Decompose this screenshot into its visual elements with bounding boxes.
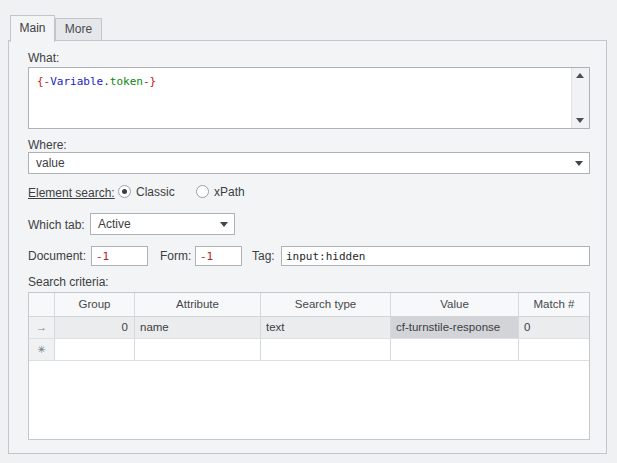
cell-search-type[interactable]: text	[261, 317, 391, 338]
radio-classic[interactable]: Classic	[118, 184, 190, 201]
what-scrollbar[interactable]	[571, 68, 589, 128]
where-label: Where:	[28, 138, 67, 152]
macro-close-token: -}	[143, 75, 156, 88]
element-search-dialog: Main More What: {-Variable.token-} Where…	[0, 0, 617, 463]
radio-unselected-icon	[196, 185, 209, 198]
tab-more-label: More	[65, 22, 92, 36]
new-cell-search-type[interactable]	[261, 339, 391, 360]
document-label: Document:	[28, 249, 86, 263]
current-row-arrow-icon: →	[29, 317, 55, 338]
cell-group[interactable]: 0	[55, 317, 135, 338]
scroll-down-button[interactable]	[572, 112, 588, 128]
scroll-up-icon	[576, 73, 584, 78]
tab-main[interactable]: Main	[10, 15, 55, 42]
what-label: What:	[28, 51, 59, 65]
document-input[interactable]	[91, 246, 148, 266]
new-cell-value[interactable]	[391, 339, 519, 360]
tag-label: Tag:	[252, 249, 275, 263]
tab-more[interactable]: More	[55, 18, 102, 40]
new-cell-match[interactable]	[519, 339, 589, 360]
where-select[interactable]: value	[28, 152, 590, 174]
grid-corner-cell	[29, 293, 55, 316]
new-cell-attribute[interactable]	[135, 339, 261, 360]
radio-selected-icon	[118, 185, 131, 198]
column-header-attribute[interactable]: Attribute	[135, 293, 261, 316]
element-search-label: Element search:	[28, 186, 115, 200]
macro-variable-keyword: Variable	[50, 75, 103, 88]
macro-dot: .	[103, 75, 110, 88]
which-tab-value: Active	[98, 217, 131, 231]
column-header-value[interactable]: Value	[391, 293, 519, 316]
cell-value[interactable]: cf-turnstile-response	[391, 317, 519, 338]
tab-main-label: Main	[19, 21, 45, 35]
radio-xpath[interactable]: xPath	[196, 184, 262, 201]
table-row: → 0 name text cf-turnstile-response 0	[29, 317, 589, 339]
search-criteria-label: Search criteria:	[28, 275, 109, 289]
which-tab-select[interactable]: Active	[90, 213, 235, 235]
new-row: ✳	[29, 339, 589, 361]
chevron-down-icon	[220, 222, 228, 227]
cell-attribute[interactable]: name	[135, 317, 261, 338]
macro-variable-name: token	[110, 75, 143, 88]
column-header-match[interactable]: Match #	[519, 293, 589, 316]
search-criteria-grid: Group Attribute Search type Value Match …	[28, 292, 590, 440]
grid-header-row: Group Attribute Search type Value Match …	[29, 293, 589, 317]
tag-input[interactable]	[281, 246, 590, 266]
which-tab-label: Which tab:	[28, 218, 85, 232]
new-row-icon: ✳	[29, 339, 55, 360]
what-input[interactable]: {-Variable.token-}	[28, 67, 590, 129]
cell-match[interactable]: 0	[519, 317, 589, 338]
radio-xpath-label: xPath	[214, 185, 245, 199]
column-header-group[interactable]: Group	[55, 293, 135, 316]
scroll-down-icon	[576, 118, 584, 123]
macro-open-token: {-	[37, 75, 50, 88]
column-header-search-type[interactable]: Search type	[261, 293, 391, 316]
what-value: {-Variable.token-}	[37, 75, 156, 88]
form-label: Form:	[160, 249, 191, 263]
scroll-up-button[interactable]	[572, 68, 588, 84]
new-cell-group[interactable]	[55, 339, 135, 360]
where-value: value	[36, 156, 65, 170]
form-input[interactable]	[195, 246, 242, 266]
chevron-down-icon	[575, 161, 583, 166]
radio-classic-label: Classic	[136, 185, 175, 199]
